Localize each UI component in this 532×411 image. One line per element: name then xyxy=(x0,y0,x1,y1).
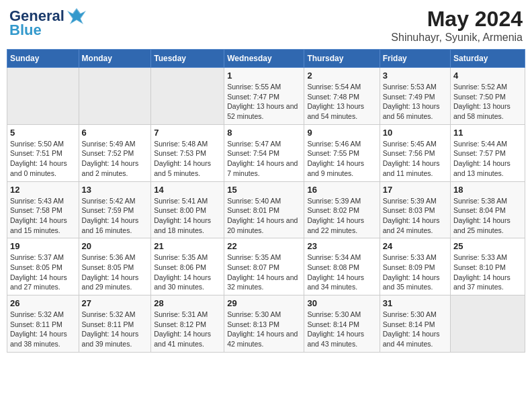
calendar-cell: 12Sunrise: 5:43 AMSunset: 7:58 PMDayligh… xyxy=(7,181,79,238)
cell-day-number: 16 xyxy=(307,185,376,195)
calendar-cell: 17Sunrise: 5:39 AMSunset: 8:03 PMDayligh… xyxy=(380,181,450,238)
cell-day-number: 1 xyxy=(227,71,301,81)
logo-blue-text: Blue xyxy=(9,21,42,39)
cell-day-number: 29 xyxy=(227,298,301,308)
cell-day-number: 23 xyxy=(307,241,376,251)
calendar-week-row: 12Sunrise: 5:43 AMSunset: 7:58 PMDayligh… xyxy=(7,181,525,238)
page-header: General Blue May 2024 Shinuhayr, Syunik,… xyxy=(7,7,525,44)
cell-sun-info: Sunrise: 5:50 AMSunset: 7:51 PMDaylight:… xyxy=(10,139,76,179)
calendar-cell: 9Sunrise: 5:46 AMSunset: 7:55 PMDaylight… xyxy=(304,124,380,181)
calendar-cell: 6Sunrise: 5:49 AMSunset: 7:52 PMDaylight… xyxy=(79,124,151,181)
cell-sun-info: Sunrise: 5:52 AMSunset: 7:50 PMDaylight:… xyxy=(453,82,522,122)
cell-sun-info: Sunrise: 5:48 AMSunset: 7:53 PMDaylight:… xyxy=(154,139,221,179)
calendar-cell: 16Sunrise: 5:39 AMSunset: 8:02 PMDayligh… xyxy=(304,181,380,238)
cell-sun-info: Sunrise: 5:33 AMSunset: 8:10 PMDaylight:… xyxy=(453,253,522,292)
cell-day-number: 15 xyxy=(227,185,301,195)
title-block: May 2024 Shinuhayr, Syunik, Armenia xyxy=(391,7,523,44)
calendar-cell: 4Sunrise: 5:52 AMSunset: 7:50 PMDaylight… xyxy=(451,68,525,125)
cell-day-number: 11 xyxy=(453,128,522,138)
calendar-cell: 8Sunrise: 5:47 AMSunset: 7:54 PMDaylight… xyxy=(224,124,304,181)
weekday-header-tuesday: Tuesday xyxy=(151,50,224,68)
cell-sun-info: Sunrise: 5:31 AMSunset: 8:12 PMDaylight:… xyxy=(154,310,221,349)
cell-sun-info: Sunrise: 5:55 AMSunset: 7:47 PMDaylight:… xyxy=(227,82,301,122)
calendar-cell: 19Sunrise: 5:37 AMSunset: 8:05 PMDayligh… xyxy=(7,238,79,295)
cell-day-number: 20 xyxy=(82,241,148,251)
cell-day-number: 3 xyxy=(383,71,447,81)
weekday-header-wednesday: Wednesday xyxy=(224,50,304,68)
cell-day-number: 9 xyxy=(307,128,376,138)
cell-day-number: 10 xyxy=(383,128,447,138)
cell-day-number: 25 xyxy=(453,241,522,251)
calendar-week-row: 19Sunrise: 5:37 AMSunset: 8:05 PMDayligh… xyxy=(7,238,525,295)
cell-day-number: 24 xyxy=(383,241,447,251)
calendar-cell: 2Sunrise: 5:54 AMSunset: 7:48 PMDaylight… xyxy=(304,68,380,125)
weekday-header-sunday: Sunday xyxy=(7,50,79,68)
calendar-subtitle: Shinuhayr, Syunik, Armenia xyxy=(391,32,523,44)
cell-sun-info: Sunrise: 5:38 AMSunset: 8:04 PMDaylight:… xyxy=(453,196,522,236)
cell-sun-info: Sunrise: 5:32 AMSunset: 8:11 PMDaylight:… xyxy=(10,310,76,349)
cell-day-number: 31 xyxy=(383,298,447,308)
calendar-cell: 13Sunrise: 5:42 AMSunset: 7:59 PMDayligh… xyxy=(79,181,151,238)
cell-sun-info: Sunrise: 5:43 AMSunset: 7:58 PMDaylight:… xyxy=(10,196,76,236)
cell-sun-info: Sunrise: 5:53 AMSunset: 7:49 PMDaylight:… xyxy=(383,82,447,122)
cell-sun-info: Sunrise: 5:34 AMSunset: 8:08 PMDaylight:… xyxy=(307,253,376,292)
calendar-cell: 15Sunrise: 5:40 AMSunset: 8:01 PMDayligh… xyxy=(224,181,304,238)
cell-day-number: 27 xyxy=(82,298,148,308)
cell-day-number: 6 xyxy=(82,128,148,138)
calendar-cell: 30Sunrise: 5:30 AMSunset: 8:14 PMDayligh… xyxy=(304,295,380,353)
cell-sun-info: Sunrise: 5:39 AMSunset: 8:02 PMDaylight:… xyxy=(307,196,376,236)
calendar-cell xyxy=(7,68,79,125)
cell-day-number: 18 xyxy=(453,185,522,195)
calendar-cell: 28Sunrise: 5:31 AMSunset: 8:12 PMDayligh… xyxy=(151,295,224,353)
cell-sun-info: Sunrise: 5:39 AMSunset: 8:03 PMDaylight:… xyxy=(383,196,447,236)
cell-day-number: 8 xyxy=(227,128,301,138)
cell-sun-info: Sunrise: 5:40 AMSunset: 8:01 PMDaylight:… xyxy=(227,196,301,236)
calendar-cell: 23Sunrise: 5:34 AMSunset: 8:08 PMDayligh… xyxy=(304,238,380,295)
calendar-title: May 2024 xyxy=(391,7,523,32)
weekday-header-row: SundayMondayTuesdayWednesdayThursdayFrid… xyxy=(7,50,525,68)
logo: General Blue xyxy=(9,7,86,39)
cell-sun-info: Sunrise: 5:36 AMSunset: 8:05 PMDaylight:… xyxy=(82,253,148,292)
cell-day-number: 26 xyxy=(10,298,76,308)
calendar-cell xyxy=(451,295,525,353)
calendar-cell: 11Sunrise: 5:44 AMSunset: 7:57 PMDayligh… xyxy=(451,124,525,181)
cell-day-number: 2 xyxy=(307,71,376,81)
weekday-header-friday: Friday xyxy=(380,50,450,68)
cell-sun-info: Sunrise: 5:30 AMSunset: 8:13 PMDaylight:… xyxy=(227,310,301,349)
calendar-cell: 1Sunrise: 5:55 AMSunset: 7:47 PMDaylight… xyxy=(224,68,304,125)
cell-day-number: 28 xyxy=(154,298,221,308)
cell-day-number: 22 xyxy=(227,241,301,251)
cell-day-number: 5 xyxy=(10,128,76,138)
calendar-cell xyxy=(151,68,224,125)
calendar-cell: 20Sunrise: 5:36 AMSunset: 8:05 PMDayligh… xyxy=(79,238,151,295)
calendar-cell: 22Sunrise: 5:35 AMSunset: 8:07 PMDayligh… xyxy=(224,238,304,295)
calendar-body: 1Sunrise: 5:55 AMSunset: 7:47 PMDaylight… xyxy=(7,68,525,353)
cell-sun-info: Sunrise: 5:49 AMSunset: 7:52 PMDaylight:… xyxy=(82,139,148,179)
cell-sun-info: Sunrise: 5:32 AMSunset: 8:11 PMDaylight:… xyxy=(82,310,148,349)
calendar-cell: 24Sunrise: 5:33 AMSunset: 8:09 PMDayligh… xyxy=(380,238,450,295)
calendar-cell: 21Sunrise: 5:35 AMSunset: 8:06 PMDayligh… xyxy=(151,238,224,295)
calendar-header: SundayMondayTuesdayWednesdayThursdayFrid… xyxy=(7,50,525,68)
cell-sun-info: Sunrise: 5:35 AMSunset: 8:06 PMDaylight:… xyxy=(154,253,221,292)
calendar-cell: 26Sunrise: 5:32 AMSunset: 8:11 PMDayligh… xyxy=(7,295,79,353)
calendar-cell: 3Sunrise: 5:53 AMSunset: 7:49 PMDaylight… xyxy=(380,68,450,125)
cell-sun-info: Sunrise: 5:30 AMSunset: 8:14 PMDaylight:… xyxy=(383,310,447,349)
cell-day-number: 14 xyxy=(154,185,221,195)
cell-day-number: 13 xyxy=(82,185,148,195)
cell-sun-info: Sunrise: 5:44 AMSunset: 7:57 PMDaylight:… xyxy=(453,139,522,179)
calendar-table: SundayMondayTuesdayWednesdayThursdayFrid… xyxy=(7,49,525,353)
cell-day-number: 12 xyxy=(10,185,76,195)
cell-day-number: 21 xyxy=(154,241,221,251)
cell-sun-info: Sunrise: 5:30 AMSunset: 8:14 PMDaylight:… xyxy=(307,310,376,349)
cell-day-number: 4 xyxy=(453,71,522,81)
calendar-week-row: 26Sunrise: 5:32 AMSunset: 8:11 PMDayligh… xyxy=(7,295,525,353)
weekday-header-thursday: Thursday xyxy=(304,50,380,68)
cell-sun-info: Sunrise: 5:46 AMSunset: 7:55 PMDaylight:… xyxy=(307,139,376,179)
calendar-cell: 31Sunrise: 5:30 AMSunset: 8:14 PMDayligh… xyxy=(380,295,450,353)
cell-sun-info: Sunrise: 5:54 AMSunset: 7:48 PMDaylight:… xyxy=(307,82,376,122)
calendar-cell: 5Sunrise: 5:50 AMSunset: 7:51 PMDaylight… xyxy=(7,124,79,181)
calendar-cell: 10Sunrise: 5:45 AMSunset: 7:56 PMDayligh… xyxy=(380,124,450,181)
cell-sun-info: Sunrise: 5:33 AMSunset: 8:09 PMDaylight:… xyxy=(383,253,447,292)
logo-bird-icon xyxy=(67,7,86,26)
cell-sun-info: Sunrise: 5:35 AMSunset: 8:07 PMDaylight:… xyxy=(227,253,301,292)
